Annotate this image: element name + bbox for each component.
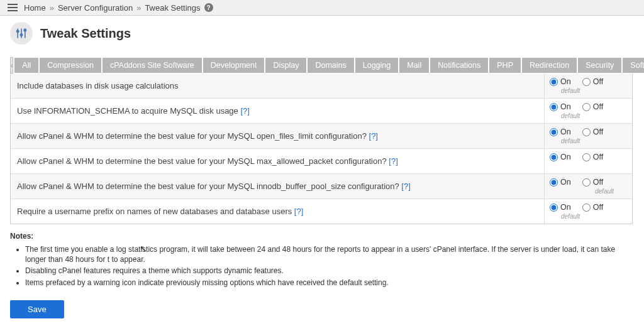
help-link[interactable]: [?] bbox=[369, 131, 378, 141]
setting-row: Include databases in disk usage calculat… bbox=[11, 73, 632, 98]
note-item: The first time you enable a log statisti… bbox=[25, 244, 634, 264]
tab-display[interactable]: Display bbox=[265, 58, 306, 73]
radio-off-input[interactable] bbox=[582, 78, 591, 86]
tab-development[interactable]: Development bbox=[203, 58, 265, 73]
radio-on[interactable]: On bbox=[550, 178, 571, 187]
svg-point-5 bbox=[24, 29, 26, 31]
setting-label: Require a username prefix on names of ne… bbox=[11, 199, 544, 224]
notes-title: Notes: bbox=[10, 232, 33, 241]
radio-off-label: Off bbox=[593, 203, 603, 212]
tab-mail[interactable]: Mail bbox=[399, 58, 429, 73]
default-indicator: default bbox=[561, 87, 627, 94]
setting-options: OnOff bbox=[544, 149, 632, 173]
breadcrumb-bar: Home » Server Configuration » Tweak Sett… bbox=[0, 0, 644, 16]
tabs-container: AllCompressioncPAddons Site SoftwareDeve… bbox=[14, 58, 644, 73]
tab-php[interactable]: PHP bbox=[489, 58, 521, 73]
tab-redirection[interactable]: Redirection bbox=[522, 58, 577, 73]
radio-on[interactable]: On bbox=[550, 153, 571, 161]
setting-row: Allow cPanel & WHM to determine the best… bbox=[11, 148, 632, 173]
radio-off-label: Off bbox=[593, 178, 603, 187]
breadcrumb-home[interactable]: Home bbox=[24, 3, 46, 13]
help-link[interactable]: [?] bbox=[240, 106, 249, 116]
breadcrumb-tweak: Tweak Settings bbox=[145, 3, 200, 13]
setting-options: OnOffdefault bbox=[544, 73, 632, 98]
note-item: Disabling cPanel features requires a the… bbox=[25, 266, 634, 276]
notes-list: The first time you enable a log statisti… bbox=[25, 244, 634, 288]
tab-domains[interactable]: Domains bbox=[308, 58, 353, 73]
save-bar: Save bbox=[0, 291, 644, 327]
radio-off-input[interactable] bbox=[582, 103, 591, 111]
radio-on-label: On bbox=[560, 153, 571, 161]
tab-cpaddons-site-software[interactable]: cPAddons Site Software bbox=[103, 58, 202, 73]
radio-off[interactable]: Off bbox=[582, 178, 603, 187]
tab-security[interactable]: Security bbox=[578, 58, 621, 73]
tab-compression[interactable]: Compression bbox=[40, 58, 101, 73]
radio-on[interactable]: On bbox=[550, 127, 571, 136]
default-indicator: default bbox=[561, 213, 627, 220]
setting-row: Use INFORMATION_SCHEMA to acquire MySQL … bbox=[11, 98, 632, 123]
svg-point-4 bbox=[20, 34, 22, 36]
radio-off-label: Off bbox=[593, 153, 603, 161]
tabs-row: ‹ AllCompressioncPAddons Site SoftwareDe… bbox=[0, 57, 644, 73]
radio-off-input[interactable] bbox=[582, 153, 591, 161]
radio-off-label: Off bbox=[593, 127, 603, 136]
setting-label: Allow cPanel & WHM to determine the best… bbox=[11, 124, 544, 148]
breadcrumb-sep-1: » bbox=[50, 3, 54, 13]
radio-off-label: Off bbox=[593, 102, 603, 111]
menu-icon[interactable] bbox=[5, 3, 20, 13]
radio-off-input[interactable] bbox=[582, 178, 591, 187]
radio-on[interactable]: On bbox=[550, 77, 571, 86]
radio-on-input[interactable] bbox=[550, 128, 558, 136]
help-link[interactable]: [?] bbox=[389, 156, 397, 166]
radio-on-input[interactable] bbox=[550, 153, 558, 161]
radio-off-input[interactable] bbox=[582, 203, 591, 212]
sliders-icon bbox=[10, 22, 33, 45]
tab-software[interactable]: Software bbox=[623, 58, 644, 73]
radio-off[interactable]: Off bbox=[582, 203, 603, 212]
radio-on-label: On bbox=[560, 102, 571, 111]
radio-off[interactable]: Off bbox=[582, 127, 603, 136]
radio-off[interactable]: Off bbox=[582, 153, 603, 161]
notes-section: Notes: The first time you enable a log s… bbox=[0, 224, 644, 291]
setting-label: Use INFORMATION_SCHEMA to acquire MySQL … bbox=[11, 99, 544, 123]
radio-on-label: On bbox=[560, 178, 571, 187]
setting-options: OnOffdefault bbox=[544, 124, 632, 148]
note-item: Items prefaced by a warning icon indicat… bbox=[25, 278, 634, 288]
radio-on-label: On bbox=[560, 203, 571, 212]
help-link[interactable]: [?] bbox=[401, 182, 410, 191]
radio-on-label: On bbox=[560, 127, 571, 136]
help-link[interactable]: [?] bbox=[294, 207, 303, 216]
radio-off[interactable]: Off bbox=[582, 77, 603, 86]
default-indicator: default bbox=[561, 138, 627, 144]
setting-label: Include databases in disk usage calculat… bbox=[11, 73, 544, 98]
radio-on-input[interactable] bbox=[550, 178, 558, 187]
radio-off-label: Off bbox=[593, 77, 603, 86]
radio-on-input[interactable] bbox=[550, 203, 558, 212]
tab-logging[interactable]: Logging bbox=[355, 58, 399, 73]
radio-on-label: On bbox=[560, 77, 571, 86]
setting-label: Allow cPanel & WHM to determine the best… bbox=[11, 174, 544, 198]
radio-on-input[interactable] bbox=[550, 103, 558, 111]
setting-row: Allow cPanel & WHM to determine the best… bbox=[11, 123, 632, 148]
settings-table: Include databases in disk usage calculat… bbox=[10, 73, 633, 224]
radio-on[interactable]: On bbox=[550, 203, 571, 212]
breadcrumb-sep-2: » bbox=[136, 3, 141, 13]
radio-on-input[interactable] bbox=[550, 78, 558, 86]
help-icon[interactable]: ? bbox=[204, 3, 213, 12]
setting-row: Require a username prefix on names of ne… bbox=[11, 198, 632, 224]
setting-options: OnOffdefault bbox=[544, 99, 632, 123]
tab-notifications[interactable]: Notifications bbox=[430, 58, 488, 73]
tab-scroll-left[interactable]: ‹ bbox=[10, 57, 13, 73]
save-button[interactable]: Save bbox=[10, 300, 64, 318]
setting-row: Allow cPanel & WHM to determine the best… bbox=[11, 173, 632, 198]
radio-off[interactable]: Off bbox=[582, 102, 603, 111]
page-header: Tweak Settings bbox=[0, 16, 644, 57]
page-title: Tweak Settings bbox=[40, 26, 131, 41]
radio-on[interactable]: On bbox=[550, 102, 571, 111]
breadcrumb-serverconfig[interactable]: Server Configuration bbox=[58, 3, 133, 13]
setting-label: Allow cPanel & WHM to determine the best… bbox=[11, 149, 544, 173]
default-indicator: default bbox=[561, 112, 627, 119]
radio-off-input[interactable] bbox=[582, 128, 591, 136]
tab-all[interactable]: All bbox=[14, 58, 38, 73]
setting-options: OnOffdefault bbox=[544, 174, 632, 198]
